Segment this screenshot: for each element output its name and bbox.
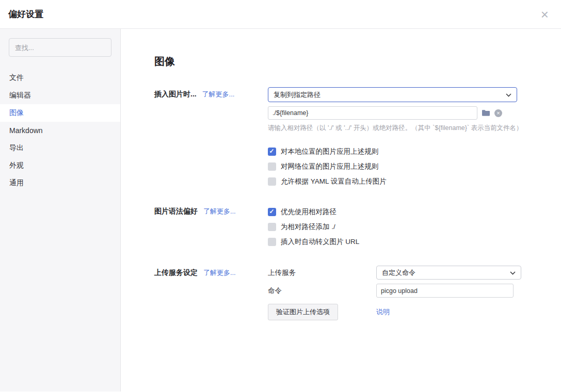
upload-section-title: 上传服务设定 — [154, 268, 198, 276]
close-icon[interactable]: × — [541, 8, 549, 21]
chevron-down-icon — [506, 91, 511, 99]
sidebar-item-editor[interactable]: 编辑器 — [0, 87, 120, 104]
command-input[interactable] — [376, 284, 514, 298]
relative-path-checkbox[interactable] — [268, 208, 276, 216]
checkbox-row-add-dot-slash: 为相对路径添加 ./ — [268, 219, 335, 234]
checkbox-label[interactable]: 插入时自动转义图片 URL — [281, 237, 359, 247]
insert-action-select[interactable]: 复制到指定路径 — [268, 87, 517, 102]
online-images-checkbox[interactable] — [268, 162, 276, 171]
upload-service-select-value: 自定义命令 — [382, 268, 415, 277]
validate-upload-button[interactable]: 验证图片上传选项 — [268, 304, 338, 320]
sidebar: 文件 编辑器 图像 Markdown 导出 外观 通用 — [0, 29, 121, 391]
checkbox-label[interactable]: 允许根据 YAML 设置自动上传图片 — [281, 177, 387, 186]
sidebar-item-image[interactable]: 图像 — [0, 104, 120, 122]
checkbox-row-yaml-upload: 允许根据 YAML 设置自动上传图片 — [268, 174, 561, 189]
folder-icon[interactable] — [482, 109, 490, 117]
checkbox-label[interactable]: 优先使用相对路径 — [281, 207, 336, 217]
local-images-checkbox[interactable] — [268, 148, 276, 156]
sidebar-item-general[interactable]: 通用 — [0, 174, 120, 192]
insert-section-title: 插入图片时... — [154, 90, 197, 98]
checkbox-label[interactable]: 为相对路径添加 ./ — [281, 222, 335, 232]
titlebar: 偏好设置 × — [0, 0, 561, 29]
insert-learn-more-link[interactable]: 了解更多... — [202, 90, 235, 98]
sidebar-item-file[interactable]: 文件 — [0, 69, 120, 87]
clear-path-icon[interactable]: × — [494, 109, 502, 117]
upload-service-label: 上传服务 — [268, 268, 376, 277]
sidebar-item-export[interactable]: 导出 — [0, 139, 120, 157]
command-label: 命令 — [268, 286, 376, 296]
checkbox-label[interactable]: 对网络位置的图片应用上述规则 — [281, 162, 378, 171]
checkbox-row-escape-url: 插入时自动转义图片 URL — [268, 234, 359, 249]
sidebar-nav: 文件 编辑器 图像 Markdown 导出 外观 通用 — [0, 69, 120, 192]
settings-panel-image: 图像 插入图片时... 了解更多... 复制到指定路径 — [121, 29, 561, 391]
escape-url-checkbox[interactable] — [268, 238, 276, 246]
page-title: 图像 — [154, 55, 561, 69]
window-title: 偏好设置 — [8, 8, 43, 20]
insert-action-select-value: 复制到指定路径 — [274, 90, 320, 100]
sidebar-item-appearance[interactable]: 外观 — [0, 157, 120, 174]
checkbox-row-relative-path: 优先使用相对路径 — [268, 204, 336, 219]
copy-path-input[interactable] — [268, 106, 477, 120]
syntax-learn-more-link[interactable]: 了解更多... — [203, 207, 236, 215]
yaml-upload-checkbox[interactable] — [268, 177, 276, 186]
checkbox-row-local-images: 对本地位置的图片应用上述规则 — [268, 144, 561, 159]
checkbox-row-online-images: 对网络位置的图片应用上述规则 — [268, 159, 561, 174]
syntax-section-title: 图片语法偏好 — [154, 207, 198, 215]
upload-learn-more-link[interactable]: 了解更多... — [203, 269, 236, 276]
checkbox-label[interactable]: 对本地位置的图片应用上述规则 — [281, 147, 378, 156]
chevron-down-icon — [510, 269, 516, 276]
upload-service-select[interactable]: 自定义命令 — [376, 266, 521, 280]
search-input[interactable] — [9, 38, 111, 57]
path-hint-text: 请输入相对路径（以 './' 或 '../' 开头）或绝对路径。（其中 `${f… — [268, 124, 561, 133]
add-dot-slash-checkbox[interactable] — [268, 223, 276, 231]
upload-doc-link[interactable]: 说明 — [376, 307, 390, 317]
sidebar-item-markdown[interactable]: Markdown — [0, 122, 120, 139]
